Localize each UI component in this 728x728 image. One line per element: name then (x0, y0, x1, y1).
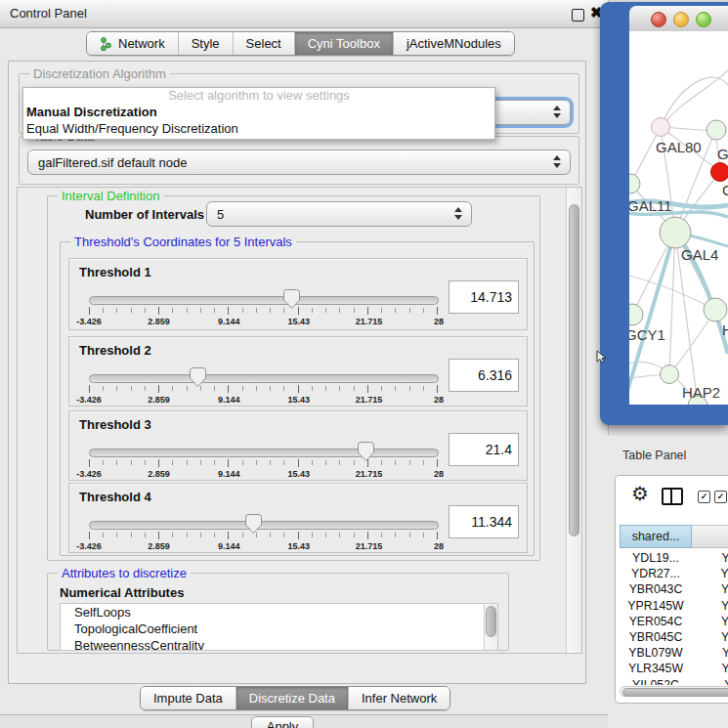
tick-label: 9.144 (218, 541, 240, 551)
checkbox-icon[interactable]: ✓ (698, 491, 710, 503)
num-intervals-value: 5 (217, 207, 224, 222)
slider-track[interactable] (89, 449, 439, 457)
slider-thumb[interactable] (358, 442, 374, 465)
table-row[interactable]: YER054CYER0 (620, 614, 728, 629)
threshold-4-value[interactable]: 11.344 (449, 505, 519, 538)
dropdown-placeholder: Select algorithm to view settings (23, 88, 494, 104)
table-row[interactable]: YPR145WYPR1 (620, 598, 728, 614)
node-label-gal4: GAL4 (681, 246, 718, 263)
threshold-1-value[interactable]: 14.713 (449, 280, 519, 314)
tick-label: 28 (434, 317, 444, 326)
list-item[interactable]: TopologicalCoefficient (61, 621, 497, 637)
table-data-combobox[interactable]: galFiltered.sif default node (27, 150, 571, 175)
tab-cyni-toolbox[interactable]: Cyni Toolbox (294, 32, 393, 55)
threshold-3-slider[interactable]: -3.426 2.859 9.144 15.43 21.715 28 (89, 447, 439, 480)
threshold-4-slider[interactable]: -3.426 2.859 9.144 15.43 21.715 28 (89, 519, 439, 552)
tick-label: 9.144 (218, 469, 240, 479)
dropdown-option-manual[interactable]: Manual Discretization (23, 104, 494, 120)
threshold-3-value[interactable]: 21.4 (449, 433, 519, 466)
tick-label: 21.715 (356, 469, 383, 479)
threshold-coords-title: Threshold's Coordinates for 5 Intervals (70, 235, 296, 249)
threshold-2-value[interactable]: 6.316 (449, 359, 519, 392)
tick-label: 9.144 (218, 395, 240, 405)
threshold-1-label: Threshold 1 (79, 265, 151, 279)
checkbox-icon[interactable]: ✓ (714, 491, 727, 503)
tab-impute-data[interactable]: Impute Data (141, 687, 236, 709)
tab-select[interactable]: Select (233, 32, 294, 55)
node-green-right[interactable] (707, 120, 726, 140)
list-scrollbar[interactable] (484, 604, 497, 650)
node-gcy1[interactable] (629, 304, 643, 325)
slider-track[interactable] (89, 296, 439, 305)
tick-label: -3.426 (76, 541, 102, 551)
slider-major-ticks (89, 307, 438, 315)
list-item[interactable]: SelfLoops (61, 604, 497, 621)
node-hap-right[interactable] (704, 298, 727, 321)
interval-definition-group: Interval Definition Number of Intervals … (47, 195, 540, 561)
table-panel: Table Panel ⚙ ✓ ✓ shared... na YDL19...Y… (608, 436, 728, 728)
settings-scroll-thumb[interactable] (569, 204, 579, 536)
threshold-2-slider[interactable]: -3.426 2.859 9.144 15.43 21.715 28 (89, 372, 439, 406)
settings-scrollbar[interactable] (566, 188, 581, 653)
table-data-group: Table Data galFiltered.sif default node (19, 136, 579, 185)
float-window-icon[interactable] (572, 9, 584, 21)
close-traffic-light-icon[interactable] (651, 12, 666, 27)
gear-icon[interactable]: ⚙ (631, 482, 649, 505)
combo-arrows-icon (553, 106, 561, 118)
tick-label: 28 (434, 395, 444, 405)
dropdown-option-equal-width[interactable]: Equal Width/Frequency Discretization (23, 120, 494, 137)
threshold-4-box: Threshold 4 -3.426 2.859 9.144 15.43 21.… (68, 483, 528, 553)
num-intervals-combobox[interactable]: 5 (206, 201, 472, 227)
apply-button[interactable]: Apply (251, 716, 314, 728)
node-red-selected[interactable] (711, 163, 728, 182)
table-row[interactable]: YIL052CYIL0 (620, 677, 728, 686)
node-label-gcy1: GCY1 (629, 326, 665, 343)
node-gal11[interactable] (629, 174, 640, 193)
cyni-content-panel: Discretization Algorithm Select algorith… (8, 61, 586, 684)
table-row[interactable]: YBL079WYBL0 (620, 645, 728, 661)
tab-infer-network[interactable]: Infer Network (348, 687, 450, 709)
table-row[interactable]: YBR045CYBR0 (620, 629, 728, 645)
node-gal4[interactable] (660, 217, 691, 248)
list-scroll-thumb[interactable] (486, 606, 496, 637)
table-row[interactable]: YDL19...YDL1 (620, 550, 728, 566)
slider-thumb[interactable] (245, 514, 262, 537)
threshold-1-slider[interactable]: -3.426 2.859 9.144 15.43 21.715 28 (89, 294, 439, 327)
column-header-name[interactable]: na (692, 525, 728, 548)
node-gal80[interactable] (652, 118, 670, 137)
numerical-attributes-label: Numerical Attributes (60, 585, 184, 600)
tab-discretize-data[interactable]: Discretize Data (236, 687, 348, 709)
network-graph: GAL80 GA C GAL11 GAL4 GCY1 H HAP2 (629, 31, 728, 405)
tab-style[interactable]: Style (178, 32, 233, 55)
table-hscrollbar[interactable] (620, 686, 728, 697)
minimize-traffic-light-icon[interactable] (673, 12, 689, 27)
network-canvas[interactable]: GAL80 GA C GAL11 GAL4 GCY1 H HAP2 (629, 31, 728, 405)
tab-jactivemnodules[interactable]: jActiveMNodules (393, 32, 514, 55)
tab-network[interactable]: Network (87, 32, 178, 55)
tick-label: 28 (434, 541, 444, 551)
split-columns-icon[interactable] (662, 488, 683, 505)
tick-label: 21.715 (356, 541, 383, 551)
window-title: Control Panel (10, 6, 87, 21)
settings-scroll-panel: Interval Definition Number of Intervals … (17, 187, 582, 654)
slider-thumb[interactable] (283, 289, 300, 313)
list-item[interactable]: BetweennessCentrality (61, 637, 497, 651)
column-header-shared-name[interactable]: shared... (620, 525, 692, 548)
table-row[interactable]: YLR345WYLR3 (620, 661, 728, 676)
table-row[interactable]: YBR043CYBR0 (620, 581, 728, 597)
table-header-row: shared... na (620, 525, 728, 548)
slider-track[interactable] (89, 374, 439, 383)
screen: Control Panel ✖ Network Style Select Cyn… (0, 0, 728, 728)
slider-thumb[interactable] (190, 367, 206, 391)
node-label-hap2: HAP2 (682, 384, 720, 401)
network-icon (100, 37, 112, 51)
tick-label: 15.43 (288, 541, 311, 551)
table-row[interactable]: YDR27...YDR2 (620, 566, 728, 581)
node-hap2[interactable] (661, 365, 679, 384)
tick-label: 28 (434, 469, 444, 479)
table-hscroll-thumb[interactable] (622, 688, 728, 697)
slider-track[interactable] (89, 521, 439, 530)
tick-label: -3.426 (76, 469, 102, 479)
zoom-traffic-light-icon[interactable] (696, 12, 711, 27)
table-data-value: galFiltered.sif default node (38, 155, 187, 170)
